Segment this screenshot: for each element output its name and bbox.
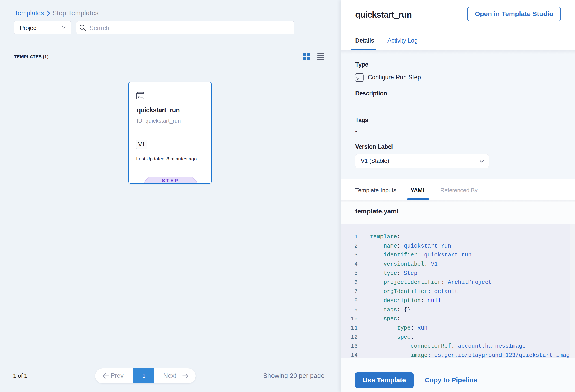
svg-text:STEP: STEP [162, 178, 179, 183]
